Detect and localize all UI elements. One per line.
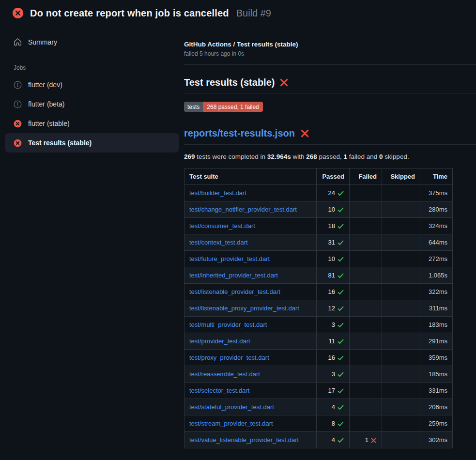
sidebar-job-item[interactable]: flutter (dev) <box>5 75 179 94</box>
failed-cell: 1 <box>350 432 382 448</box>
table-row: test/stateful_provider_test.dart 4 206ms <box>184 399 453 415</box>
test-suite-link[interactable]: test/stream_provider_test.dart <box>189 420 273 427</box>
failed-cell <box>350 383 382 399</box>
skipped-cell <box>382 415 420 432</box>
passed-cell: 31 <box>317 234 350 251</box>
test-suite-link[interactable]: test/proxy_provider_test.dart <box>189 354 269 361</box>
time-cell: 291ms <box>420 333 453 350</box>
skipped-cell <box>382 234 420 251</box>
job-label: Test results (stable) <box>28 139 92 147</box>
skipped-cell <box>382 218 420 234</box>
failed-cell <box>350 317 382 333</box>
sidebar-item-summary[interactable]: Summary <box>5 34 179 50</box>
test-suite-cell: test/stream_provider_test.dart <box>184 415 317 432</box>
job-label: flutter (beta) <box>28 100 64 108</box>
summary-segment: passed, <box>317 153 344 160</box>
test-suite-cell: test/proxy_provider_test.dart <box>184 350 317 366</box>
test-suite-link[interactable]: test/provider_test.dart <box>189 337 250 345</box>
failed-cell <box>350 284 382 300</box>
sidebar: Summary Jobs flutter (dev) flutter (beta… <box>0 25 184 153</box>
time-cell: 322ms <box>420 284 453 300</box>
summary-segment: 269 <box>184 153 195 160</box>
test-results-table: Test suite Passed Failed Skipped Time te… <box>184 168 453 448</box>
test-suite-cell: test/listenable_proxy_provider_test.dart <box>184 300 317 317</box>
summary-segment: with <box>291 153 307 160</box>
time-cell: 359ms <box>420 350 453 366</box>
table-row: test/provider_test.dart 11 291ms <box>184 333 453 350</box>
time-cell: 375ms <box>420 185 453 201</box>
test-suite-cell: test/multi_provider_test.dart <box>184 317 317 333</box>
table-header-row: Test suite Passed Failed Skipped Time <box>184 169 453 185</box>
report-heading: reports/test-results.json <box>184 128 476 145</box>
col-header-passed: Passed <box>317 169 350 185</box>
test-suite-link[interactable]: test/multi_provider_test.dart <box>189 321 267 328</box>
test-suite-link[interactable]: test/future_provider_test.dart <box>189 255 270 262</box>
skipped-cell <box>382 333 420 350</box>
sidebar-job-item[interactable]: flutter (stable) <box>5 114 179 133</box>
test-suite-link[interactable]: test/stateful_provider_test.dart <box>189 403 274 411</box>
time-cell: 259ms <box>420 415 453 432</box>
skipped-cell <box>382 201 420 218</box>
skipped-cell <box>382 432 420 448</box>
tests-status-badge[interactable]: tests 268 passed, 1 failed <box>184 102 263 112</box>
summary-segment: skipped. <box>383 153 409 160</box>
passed-cell: 24 <box>317 185 350 201</box>
job-label: flutter (stable) <box>28 120 70 127</box>
test-suite-cell: test/inherited_provider_test.dart <box>184 267 317 284</box>
check-run-header: Do not create report when job is cancell… <box>0 0 476 25</box>
test-suite-link[interactable]: test/reassemble_test.dart <box>189 370 260 378</box>
skipped-cell <box>382 300 420 317</box>
skipped-cell <box>382 399 420 415</box>
page-title: Do not create report when job is cancell… <box>30 8 229 19</box>
sidebar-job-item[interactable]: Test results (stable) <box>5 133 179 153</box>
test-suite-link[interactable]: test/consumer_test.dart <box>189 222 255 230</box>
time-cell: 183ms <box>420 317 453 333</box>
main-content: GitHub Actions / Test results (stable) f… <box>184 25 476 448</box>
skipped-cell <box>382 350 420 366</box>
failed-cell <box>350 201 382 218</box>
test-suite-cell: test/builder_test.dart <box>184 185 317 201</box>
time-cell: 302ms <box>420 432 453 448</box>
summary-segment: tests were completed in <box>195 153 267 160</box>
time-cell: 324ms <box>420 218 453 234</box>
summary-segment: 1 <box>344 153 348 160</box>
summary-segment: failed and <box>347 153 379 160</box>
section-title: Test results (stable) <box>184 77 275 88</box>
passed-cell: 16 <box>317 350 350 366</box>
test-suite-link[interactable]: test/builder_test.dart <box>189 189 246 197</box>
summary-segment: 0 <box>379 153 383 160</box>
table-row: test/listenable_provider_test.dart 16 32… <box>184 284 453 300</box>
report-file-link[interactable]: reports/test-results.json <box>184 128 295 139</box>
test-suite-link[interactable]: test/change_notifier_provider_test.dart <box>189 206 297 213</box>
failed-cell <box>350 415 382 432</box>
test-suite-link[interactable]: test/value_listenable_provider_test.dart <box>189 436 299 444</box>
passed-cell: 12 <box>317 300 350 317</box>
badge-key: tests <box>184 102 203 112</box>
test-suite-link[interactable]: test/selector_test.dart <box>189 387 249 394</box>
passed-cell: 3 <box>317 317 350 333</box>
time-cell: 280ms <box>420 201 453 218</box>
test-suite-cell: test/context_test.dart <box>184 234 317 251</box>
table-body: test/builder_test.dart 24 375ms test/cha… <box>184 185 453 448</box>
test-suite-link[interactable]: test/listenable_provider_test.dart <box>189 288 280 295</box>
test-summary-text: 269 tests were completed in 32.964s with… <box>184 153 476 160</box>
test-suite-link[interactable]: test/listenable_proxy_provider_test.dart <box>189 305 299 312</box>
job-label: flutter (dev) <box>28 81 62 89</box>
table-row: test/multi_provider_test.dart 3 183ms <box>184 317 453 333</box>
table-row: test/listenable_proxy_provider_test.dart… <box>184 300 453 317</box>
x-circle-icon <box>14 139 22 147</box>
sidebar-summary-label: Summary <box>28 38 57 46</box>
test-suite-cell: test/value_listenable_provider_test.dart <box>184 432 317 448</box>
failed-cell <box>350 234 382 251</box>
skipped-cell <box>382 383 420 399</box>
failed-cell <box>350 300 382 317</box>
table-row: test/selector_test.dart 17 331ms <box>184 383 453 399</box>
test-suite-link[interactable]: test/context_test.dart <box>189 239 248 246</box>
test-suite-link[interactable]: test/inherited_provider_test.dart <box>189 272 278 279</box>
passed-cell: 11 <box>317 333 350 350</box>
time-cell: 272ms <box>420 251 453 267</box>
table-row: test/consumer_test.dart 18 324ms <box>184 218 453 234</box>
table-row: test/stream_provider_test.dart 8 259ms <box>184 415 453 432</box>
sidebar-job-item[interactable]: flutter (beta) <box>5 94 179 114</box>
table-row: test/value_listenable_provider_test.dart… <box>184 432 453 448</box>
